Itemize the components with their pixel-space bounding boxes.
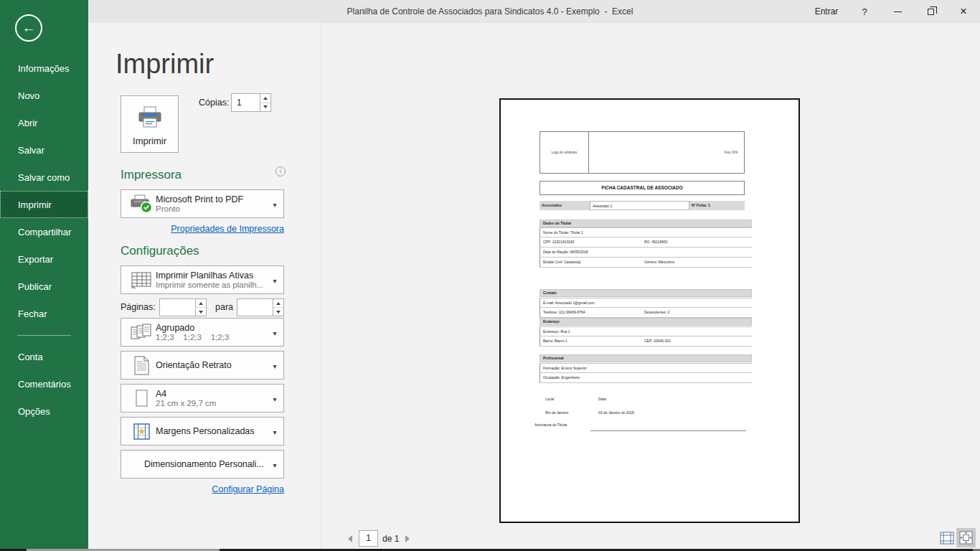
field-row: Endereço: Rua 1: [540, 326, 752, 336]
field-value: Estado Civil: Casado(a): [543, 260, 581, 264]
field-row: Ocupação: Engenheiro: [540, 373, 752, 383]
sidebar-item-exportar[interactable]: Exportar: [0, 245, 88, 273]
logo-cell: Logo do sindicato: [540, 132, 589, 173]
local-data-values: Rio de Janeiro 03 de Janeiro de 2018: [540, 408, 752, 418]
pages-to-value[interactable]: [237, 299, 273, 316]
paper-size-dropdown[interactable]: A4 21 cm x 29,7 cm: [121, 384, 284, 413]
backstage-nav: Informações Novo Abrir Salvar Salvar com…: [0, 55, 88, 425]
field-value: Telefone: (21) 99439-8764: [543, 310, 585, 314]
section-header: Dados do Titular: [540, 220, 752, 227]
field-value: Endereço: Rua 1: [543, 329, 570, 334]
field-row: E-mail: Associado 1@gmail.com: [540, 298, 752, 308]
field-value: Dependentes: 2: [644, 308, 669, 317]
pages-to-increment[interactable]: [273, 299, 283, 307]
sidebar-item-salvar[interactable]: Salvar: [0, 136, 88, 164]
printer-status: Pronto: [156, 204, 266, 213]
collated-pages-icon: [127, 324, 156, 342]
titlebar: Planilha de Controle de Associados para …: [0, 0, 980, 23]
settings-heading: Configurações: [121, 244, 199, 258]
info-icon[interactable]: i: [275, 166, 286, 176]
sidebar-item-publicar[interactable]: Publicar: [0, 273, 88, 300]
page-count-label: de 1: [382, 534, 399, 544]
printer-heading: Impressora: [121, 168, 182, 182]
show-margins-button[interactable]: [939, 530, 955, 546]
field-row: Data de filiação: 08/05/2018: [540, 248, 752, 258]
sidebar-item-salvar-como[interactable]: Salvar como: [0, 164, 88, 191]
sidebar-item-conta[interactable]: Conta: [0, 343, 88, 370]
local-data-labels: Local: Data:: [540, 394, 752, 404]
next-page-icon: [405, 535, 410, 542]
print-what-dropdown[interactable]: Imprimir Planilhas Ativas Imprimir somen…: [121, 265, 284, 294]
pages-from-value[interactable]: [160, 299, 195, 316]
margins-dropdown[interactable]: Margens Personalizadas: [121, 417, 284, 446]
print-button[interactable]: Imprimir: [121, 95, 179, 153]
printer-dropdown[interactable]: Microsoft Print to PDF Pronto: [121, 189, 284, 218]
next-page-button[interactable]: [405, 534, 413, 543]
field-value: Ocupação: Engenheiro: [543, 375, 580, 380]
section-header: Contato: [540, 289, 752, 297]
sign-in-button[interactable]: Entrar: [805, 0, 848, 23]
sidebar-item-abrir[interactable]: Abrir: [0, 109, 88, 136]
sidebar-item-comentarios[interactable]: Comentários: [0, 370, 88, 397]
orientation-dropdown[interactable]: Orientação Retrato: [121, 351, 284, 380]
page-number-input[interactable]: 1: [359, 530, 378, 547]
collation-dropdown[interactable]: Agrupado 1;2;3 1;2;3 1;2;3: [121, 318, 284, 347]
sidebar-item-novo[interactable]: Novo: [0, 82, 88, 109]
chevron-down-icon: [266, 458, 283, 471]
associados-label: Associados: [540, 201, 590, 210]
chevron-down-icon: [266, 425, 283, 438]
preview-page: Logo do sindicato Foto 3X4 FICHA CADASTR…: [499, 98, 800, 523]
help-button[interactable]: ?: [848, 0, 881, 23]
field-value: Formação: Ensino Superior: [543, 366, 587, 370]
pages-from-stepper[interactable]: [159, 298, 207, 316]
pages-label: Páginas:: [121, 302, 156, 312]
associado-row: Associados Associado 1 Nº Ficha: 1: [540, 201, 745, 210]
copies-increment-button[interactable]: [260, 94, 270, 103]
sidebar-item-opcoes[interactable]: Opções: [0, 397, 88, 425]
printer-properties-link[interactable]: Propriedades de Impressora: [121, 224, 284, 234]
page-setup-link[interactable]: Configurar Página: [121, 484, 284, 494]
field-value: Nome do Titular: Titular 1: [543, 230, 583, 235]
copies-decrement-button[interactable]: [260, 103, 270, 112]
field-row: Estado Civil: Casado(a)Gênero: Masculino: [540, 258, 752, 268]
sidebar-item-informacoes[interactable]: Informações: [0, 55, 88, 82]
portrait-page-icon: [127, 356, 156, 375]
window-controls: Entrar ? ×: [805, 0, 980, 23]
pages-to-decrement[interactable]: [273, 307, 283, 316]
minimize-icon: [894, 11, 902, 12]
print-what-label: Imprimir Planilhas Ativas: [156, 270, 266, 281]
paper-size-sublabel: 21 cm x 29,7 cm: [156, 399, 266, 408]
copies-value[interactable]: 1: [232, 94, 260, 111]
back-button[interactable]: ←: [15, 14, 42, 42]
sidebar-item-fechar[interactable]: Fechar: [0, 300, 88, 327]
field-row: CPF: 12321413243RG: 45218652: [540, 237, 752, 248]
zoom-to-page-icon: [959, 531, 973, 545]
associado-value: Associado 1: [590, 201, 689, 210]
data-label: Data:: [598, 394, 607, 404]
scaling-dropdown[interactable]: Dimensionamento Personali...: [121, 450, 284, 479]
chevron-down-icon: [266, 392, 283, 405]
previous-page-button[interactable]: [348, 534, 355, 543]
restore-button[interactable]: [914, 0, 947, 23]
zoom-to-page-button[interactable]: [956, 528, 976, 547]
scaling-label: Dimensionamento Personali...: [144, 459, 266, 469]
pages-from-increment[interactable]: [196, 299, 206, 307]
field-row: Telefone: (21) 99439-8764Dependentes: 2: [540, 308, 752, 318]
close-button[interactable]: ×: [947, 0, 980, 23]
spinner-down-icon: [199, 311, 203, 314]
sidebar-item-compartilhar[interactable]: Compartilhar: [0, 218, 88, 245]
spinner-up-icon: [263, 97, 268, 100]
pages-to-stepper[interactable]: [237, 298, 284, 316]
section-header: Endereço: [540, 318, 752, 326]
pages-from-decrement[interactable]: [196, 307, 206, 316]
margins-label: Margens Personalizadas: [156, 426, 266, 436]
back-arrow-icon: ←: [22, 20, 36, 36]
chevron-down-icon: [266, 197, 283, 210]
pages-to-label: para: [215, 302, 233, 312]
copies-stepper[interactable]: 1: [231, 93, 271, 112]
collation-sublabel: 1;2;3 1;2;3 1;2;3: [156, 333, 266, 342]
sidebar-item-imprimir[interactable]: Imprimir: [0, 191, 88, 218]
field-value: Gênero: Masculino: [644, 258, 674, 267]
minimize-button[interactable]: [881, 0, 914, 23]
field-value: E-mail: Associado 1@gmail.com: [543, 301, 595, 305]
